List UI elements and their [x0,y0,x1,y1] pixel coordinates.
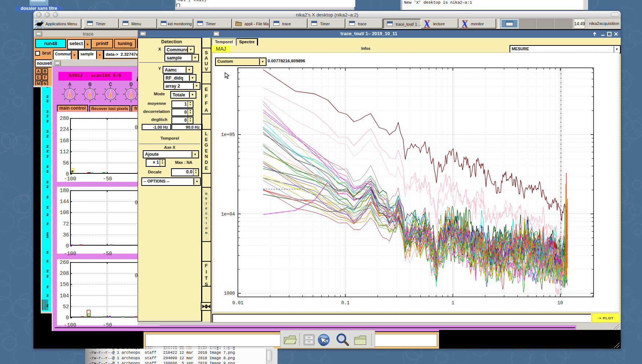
svg-text:1e+05: 1e+05 [221,132,235,137]
svg-text:0.01: 0.01 [232,301,243,306]
svg-text:C: C [109,82,112,87]
svg-text:A: A [68,82,72,87]
svg-text:D: D [130,82,133,87]
svg-text:1000: 1000 [224,291,235,296]
svg-text:1e+04: 1e+04 [221,212,235,217]
svg-text:0.1: 0.1 [341,301,350,306]
svg-text:10: 10 [557,301,563,306]
svg-text:1: 1 [451,301,454,306]
svg-text:B: B [88,82,92,87]
